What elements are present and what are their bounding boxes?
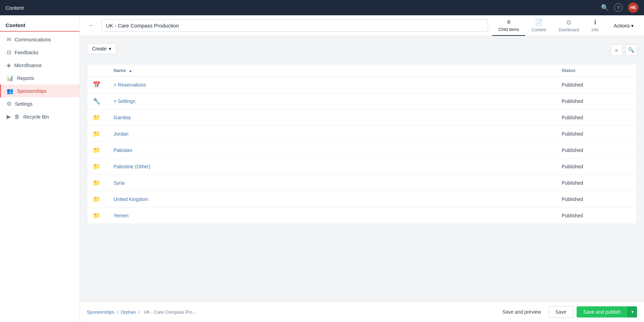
back-button[interactable]: ←: [85, 21, 97, 31]
row-name-link[interactable]: Gambia: [114, 115, 131, 120]
row-type-icon: 📁: [93, 163, 114, 170]
row-status: Published: [562, 82, 631, 88]
communications-icon: ✉: [7, 36, 11, 43]
settings-icon: ⚙: [7, 100, 11, 107]
sidebar-item-label: Recycle Bin: [23, 114, 49, 120]
row-name: Pakistan: [114, 147, 562, 153]
save-button[interactable]: Save: [548, 306, 574, 318]
row-status: Published: [562, 131, 631, 137]
row-name: > Reservations: [114, 82, 562, 88]
row-status: Published: [562, 147, 631, 153]
tab-dashboard[interactable]: ⊙ Dashboard: [552, 15, 585, 36]
page-name-input[interactable]: [101, 19, 488, 32]
table-body: 📅 > Reservations Published 🔧 > Settings …: [87, 77, 637, 224]
main-layout: Content ✉ Communications ⊟ Feedbacks ◈ M…: [0, 15, 644, 322]
create-caret-icon: ▾: [109, 46, 111, 51]
tab-label: Child items: [498, 27, 519, 32]
tab-child-items[interactable]: ≡ Child items: [492, 15, 525, 36]
save-publish-button[interactable]: Save and publish: [577, 306, 628, 317]
search-table-button[interactable]: 🔍: [625, 44, 637, 56]
breadcrumb-sponsorships[interactable]: Sponsorships: [87, 309, 114, 315]
table-row: 📁 Syria Published: [87, 175, 637, 191]
row-type-icon: 📁: [93, 130, 114, 138]
table-row: 📁 Gambia Published: [87, 110, 637, 126]
app-title: Content: [6, 5, 24, 11]
footer-actions: Save and preview Save Save and publish ▾: [498, 306, 637, 318]
table-header: Name ▲ Status: [87, 64, 637, 77]
sidebar-item-settings[interactable]: ⚙ Settings: [0, 97, 80, 110]
row-type-icon: 📁: [93, 114, 114, 121]
list-view-button[interactable]: ≡: [611, 44, 622, 56]
table-row: 📁 Palestine (Other) Published: [87, 159, 637, 175]
content-header: ← ≡ Child items 📄 Content ⊙ Dashboard ℹ …: [80, 15, 644, 36]
breadcrumb-sep1: /: [117, 309, 119, 315]
row-name-link[interactable]: > Reservations: [114, 82, 146, 88]
save-publish-caret[interactable]: ▾: [628, 306, 637, 317]
sidebar-item-sponsorships[interactable]: 👥 Sponsorships: [0, 84, 80, 97]
content-table: Name ▲ Status 📅 > Reservations Published…: [87, 64, 637, 224]
table-row: 🔧 > Settings Published: [87, 93, 637, 110]
col-name[interactable]: Name ▲: [114, 68, 562, 73]
avatar[interactable]: HE: [628, 2, 638, 13]
feedbacks-icon: ⊟: [7, 49, 11, 56]
breadcrumb-sep2: /: [139, 309, 141, 315]
row-name-link[interactable]: Syria: [114, 180, 125, 186]
row-type-icon: 📅: [93, 81, 114, 89]
search-icon[interactable]: 🔍: [601, 4, 609, 11]
sidebar-item-label: Settings: [15, 101, 33, 107]
row-name-link[interactable]: Yemen: [114, 213, 129, 218]
recycle-bin-icon: ▶: [7, 113, 11, 120]
col-status: Status: [562, 68, 631, 73]
breadcrumb-orphan[interactable]: Orphan: [121, 309, 136, 315]
table-row: 📁 Pakistan Published: [87, 142, 637, 159]
sidebar-item-communications[interactable]: ✉ Communications: [0, 33, 80, 46]
reports-icon: 📊: [7, 75, 14, 81]
child-items-icon: ≡: [507, 18, 511, 26]
row-type-icon: 📁: [93, 212, 114, 219]
sidebar-item-label: Reports: [17, 75, 34, 81]
row-status: Published: [562, 213, 631, 218]
sidebar-item-reports[interactable]: 📊 Reports: [0, 72, 80, 84]
actions-button[interactable]: Actions ▾: [609, 20, 638, 31]
row-name-link[interactable]: > Settings: [114, 98, 135, 104]
sidebar-item-label: Communications: [15, 37, 51, 42]
row-type-icon: 🔧: [93, 97, 114, 105]
row-status: Published: [562, 115, 631, 120]
help-icon[interactable]: ?: [614, 3, 622, 12]
row-type-icon: 📁: [93, 146, 114, 154]
sidebar-item-recycle-bin[interactable]: ▶ 🗑 Recycle Bin: [0, 110, 80, 123]
actions-caret-icon: ▾: [631, 23, 634, 29]
tab-label: Content: [531, 27, 546, 32]
row-name: Syria: [114, 180, 562, 186]
table-row: 📅 > Reservations Published: [87, 77, 637, 93]
tab-content[interactable]: 📄 Content: [525, 15, 552, 36]
row-name-link[interactable]: Palestine (Other): [114, 164, 150, 169]
table-row: 📁 Jordan Published: [87, 126, 637, 142]
sort-asc-icon: ▲: [129, 69, 132, 73]
content-area: ← ≡ Child items 📄 Content ⊙ Dashboard ℹ …: [80, 15, 644, 322]
table-toolbar: ≡ 🔍: [611, 44, 637, 56]
row-name-link[interactable]: United Kingdom: [114, 196, 148, 202]
create-button[interactable]: Create ▾: [87, 43, 116, 54]
row-name-link[interactable]: Jordan: [114, 131, 129, 137]
content-tab-icon: 📄: [535, 18, 543, 26]
save-publish-group: Save and publish ▾: [577, 306, 637, 317]
sidebar-item-feedbacks[interactable]: ⊟ Feedbacks: [0, 46, 80, 59]
row-name: > Settings: [114, 98, 562, 104]
info-icon: ℹ: [594, 18, 596, 26]
breadcrumb-current: UK - Care Compass Pro...: [144, 309, 196, 315]
sidebar-item-microfinance[interactable]: ◈ Microfinance: [0, 59, 80, 72]
row-name-link[interactable]: Pakistan: [114, 147, 132, 153]
sidebar-item-label: Sponsorships: [17, 88, 47, 94]
table-row: 📁 United Kingdom Published: [87, 191, 637, 208]
sidebar: Content ✉ Communications ⊟ Feedbacks ◈ M…: [0, 15, 80, 322]
row-name: Yemen: [114, 213, 562, 218]
sidebar-header: Content: [0, 18, 80, 32]
breadcrumb: Sponsorships / Orphan / UK - Care Compas…: [87, 309, 198, 315]
header-tabs: ≡ Child items 📄 Content ⊙ Dashboard ℹ In…: [492, 15, 605, 36]
table-row: 📁 Yemen Published: [87, 208, 637, 224]
sponsorships-icon: 👥: [7, 88, 14, 94]
tab-info[interactable]: ℹ Info: [585, 15, 605, 36]
top-nav: Content 🔍 ? HE: [0, 0, 644, 15]
save-preview-button[interactable]: Save and preview: [498, 306, 545, 317]
